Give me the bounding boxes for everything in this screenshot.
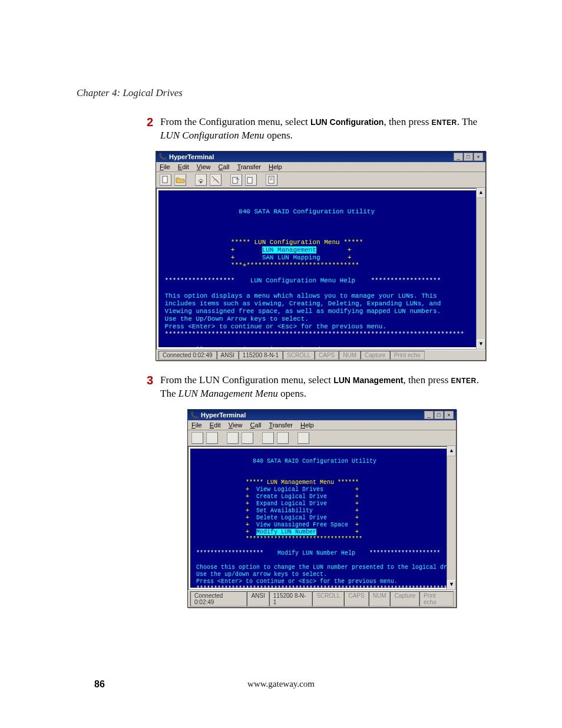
menu-transfer[interactable]: Transfer — [269, 421, 293, 429]
svg-point-1 — [200, 181, 202, 183]
help-line: Use the Up/Down Arrow keys to select. — [165, 315, 309, 322]
scroll-up-icon[interactable]: ▲ — [447, 446, 456, 456]
help-stars-r: ******************** — [369, 550, 440, 556]
toolbar-send-icon[interactable] — [262, 432, 274, 444]
close-icon[interactable]: × — [474, 153, 483, 161]
menu-item[interactable]: Delete Logical Drive — [256, 515, 327, 521]
menu-file[interactable]: File — [191, 421, 202, 429]
status-scroll: SCROLL — [283, 351, 315, 360]
help-line: Choose this option to change the LUN num… — [196, 564, 454, 571]
menu-edit[interactable]: Edit — [210, 421, 221, 429]
menu-item[interactable]: Set Availability — [256, 508, 313, 514]
svg-line-2 — [212, 176, 219, 183]
menu-call[interactable]: Call — [219, 163, 230, 170]
document-page: Chapter 4: Logical Drives 2 From the Con… — [0, 0, 562, 728]
screenshot-lun-management: 📞 HyperTerminal _□× File Edit View Call … — [187, 409, 457, 608]
toolbar-properties-icon[interactable] — [266, 174, 277, 186]
terminal[interactable]: 840 SATA RAID Configuration Utility ****… — [158, 190, 483, 347]
status-emulation: ANSI — [247, 591, 269, 607]
status-caps: CAPS — [344, 591, 368, 607]
help-line: Viewing unassigned free space, as well a… — [165, 308, 441, 315]
help-stars-r: ****************** — [371, 277, 441, 284]
step-2: 2 From the Configuration menu, select LU… — [141, 116, 489, 143]
minimize-icon[interactable]: _ — [454, 153, 463, 161]
menu-title-italic: LUN Management Menu — [178, 388, 278, 399]
status-capture: Capture — [361, 351, 390, 360]
menu-transfer[interactable]: Transfer — [237, 163, 261, 170]
toolbar-send-icon[interactable] — [230, 174, 242, 186]
term-sep: ********************************* — [246, 536, 362, 542]
content-column: 2 From the Configuration menu, select LU… — [141, 116, 489, 621]
svg-rect-0 — [163, 176, 167, 183]
menu-file[interactable]: File — [160, 163, 170, 170]
menu-item[interactable]: View Unassigned Free Space — [256, 522, 348, 528]
menu-help[interactable]: Help — [300, 421, 314, 429]
window-titlebar: 📞 HyperTerminal _□× — [156, 151, 485, 162]
menu-item-modify-lun[interactable]: Modify LUN Number — [256, 529, 316, 535]
window-title: HyperTerminal — [169, 153, 214, 160]
key-enter: ENTER — [432, 118, 457, 127]
maximize-icon[interactable]: □ — [434, 411, 444, 419]
toolbar-properties-icon[interactable] — [297, 432, 309, 444]
close-icon[interactable]: × — [444, 411, 454, 419]
scroll-down-icon[interactable]: ▼ — [447, 580, 456, 590]
help-stars-l: ****************** — [165, 277, 235, 284]
menu-item-lun-management[interactable]: LUN Management — [262, 246, 316, 253]
toolbar-open-icon[interactable] — [206, 432, 218, 444]
status-num: NUM — [339, 351, 361, 360]
text: . The — [457, 116, 478, 127]
menu-item[interactable]: View Logical Drives — [256, 486, 323, 493]
toolbar-receive-icon[interactable] — [277, 432, 289, 444]
menu-item-san-lun-mapping[interactable]: SAN LUN Mapping — [262, 254, 320, 261]
step-text: From the Configuration menu, select LUN … — [160, 116, 487, 143]
step-number: 2 — [141, 116, 153, 129]
status-capture: Capture — [390, 591, 419, 607]
menu-view[interactable]: View — [229, 421, 243, 429]
scroll-up-icon[interactable]: ▲ — [477, 188, 485, 198]
menubar: File Edit View Call Transfer Help — [188, 420, 456, 430]
menu-view[interactable]: View — [197, 163, 211, 170]
help-line: This option displays a menu which allows… — [165, 292, 437, 299]
help-line: Use the up/down arrow keys to select. — [196, 571, 327, 578]
terminal[interactable]: 840 SATA RAID Configuration Utility ****… — [190, 449, 454, 588]
toolbar — [188, 430, 456, 446]
toolbar-disconnect-icon[interactable] — [210, 174, 222, 186]
menu-call[interactable]: Call — [250, 421, 262, 429]
hyperterminal-icon: 📞 — [190, 411, 199, 419]
text: opens. — [265, 130, 293, 141]
help-header: LUN Configuration Menu Help — [250, 277, 355, 284]
minimize-icon[interactable]: _ — [424, 411, 434, 419]
help-line: Press <Enter> to continue or <Esc> for t… — [165, 323, 386, 330]
footer-url: www.gateway.com — [0, 679, 562, 689]
toolbar-connect-icon[interactable] — [195, 174, 207, 186]
scrollbar-vertical[interactable]: ▲ ▼ — [447, 446, 456, 590]
status-baud: 115200 8-N-1 — [269, 591, 313, 607]
status-caps: CAPS — [315, 351, 339, 360]
status-printecho: Print echo — [419, 591, 454, 607]
status-connected: Connected 0:02:49 — [158, 351, 217, 360]
help-header: Modify LUN Number Help — [277, 550, 355, 556]
key-enter: ENTER — [451, 377, 477, 385]
help-stars-l: ******************* — [196, 550, 263, 556]
status-scroll: SCROLL — [312, 591, 344, 607]
help-line: includes items such as viewing, Creating… — [165, 300, 441, 307]
menu-help[interactable]: Help — [269, 163, 282, 170]
toolbar-new-icon[interactable] — [160, 174, 171, 186]
menu-item[interactable]: Expand Logical Drive — [256, 500, 327, 507]
scrollbar-vertical[interactable]: ▲ ▼ — [476, 188, 485, 350]
toolbar-open-icon[interactable] — [174, 174, 186, 186]
screenshot-lun-config: 📞 HyperTerminal _□× File Edit View Call … — [156, 151, 486, 361]
toolbar-disconnect-icon[interactable] — [242, 432, 253, 444]
maximize-icon[interactable]: □ — [464, 153, 473, 161]
menu-edit[interactable]: Edit — [178, 163, 189, 170]
toolbar-new-icon[interactable] — [191, 432, 203, 444]
step-3: 3 From the LUN Configuration menu, selec… — [141, 374, 489, 401]
star-line: ****************************************… — [165, 331, 464, 338]
toolbar-connect-icon[interactable] — [227, 432, 239, 444]
toolbar-receive-icon[interactable] — [245, 174, 257, 186]
menu-item[interactable]: Create Logical Drive — [256, 493, 327, 500]
scroll-down-icon[interactable]: ▼ — [477, 340, 485, 350]
menu-name: LUN Management — [333, 375, 403, 385]
controller-status: Controller 0: Active Active Onboard Temp… — [173, 346, 483, 347]
menu-name: LUN Configuration — [310, 117, 384, 127]
